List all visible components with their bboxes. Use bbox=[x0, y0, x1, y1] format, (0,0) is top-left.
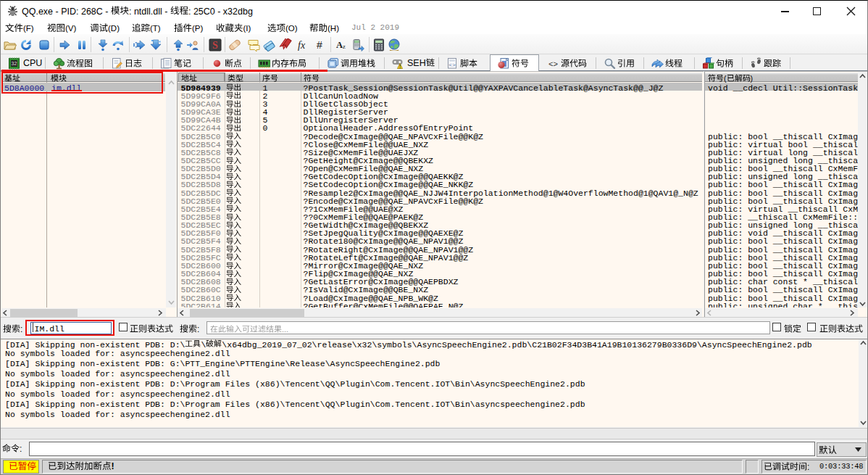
svg-text:z: z bbox=[343, 43, 346, 50]
svg-text:A: A bbox=[336, 40, 343, 50]
svg-text:<>: <> bbox=[548, 60, 558, 69]
svg-text:S: S bbox=[212, 40, 218, 51]
svg-text:!: ! bbox=[399, 64, 401, 69]
svg-text:#: # bbox=[317, 39, 322, 51]
svg-text:32: 32 bbox=[12, 61, 17, 66]
svg-text:<>: <> bbox=[448, 62, 456, 68]
svg-text:fx: fx bbox=[298, 40, 306, 51]
